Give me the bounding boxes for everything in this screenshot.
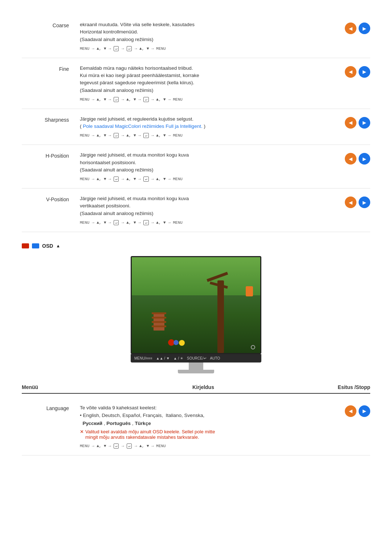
monitor-wrapper: MENU/≡≡≡ ▲▲ / ▼ ▲ / ☀ SOURCE/↵ AUTO (131, 256, 261, 373)
monitor-btn-auto[interactable]: AUTO (210, 356, 220, 360)
lang-warning: ✕ Valitud keel avaldab mõju ainult OSD k… (80, 429, 338, 440)
lang-content: Te võite valida 9 kaheksast keelest: • E… (80, 404, 338, 449)
table-header-menu: Menüü (22, 384, 80, 390)
pagoda (154, 314, 164, 331)
monitor-power-dot (251, 345, 255, 349)
lang-prev-button[interactable]: ◀ (345, 405, 356, 417)
menu-label-vposition: V-Position (22, 195, 80, 202)
menu-content-coarse: ekraanil muutuda. Võite viia selle keske… (80, 21, 338, 51)
monitor-stand-neck (189, 362, 203, 370)
lang-path: MENU → ▲, ▼ → ↵ → ↵ → ▲, ▼ → MENU (80, 443, 338, 449)
sharpness-path: MENU → ▲, ▼ → ↵ → ▲, ▼ → ↵ → ▲, ▼ → MENU (80, 133, 338, 138)
monitor-section: MENU/≡≡≡ ▲▲ / ▼ ▲ / ☀ SOURCE/↵ AUTO (22, 256, 370, 373)
table-header-row: Menüü Kirjeldus Esitus /Stopp (22, 384, 370, 394)
menu-content-sharpness: Järgige neid juhiseid, et reguleerida ku… (80, 116, 338, 138)
lang-controls: ◀ ▶ (338, 404, 370, 417)
menu-row-coarse: Coarse ekraanil muutuda. Võite viia sell… (22, 15, 370, 58)
fine-prev-button[interactable]: ◀ (345, 66, 356, 78)
hposition-path: MENU → ▲, ▼ → ↵ → ▲, ▼ → ↵ → ▲, ▼ → MENU (80, 177, 338, 182)
vposition-controls: ◀ ▶ (338, 195, 370, 208)
ball-blue (173, 340, 179, 345)
menu-row-fine: Fine Eemaldab müra nagu näiteks horisont… (22, 58, 370, 109)
lang-row: Language Te võite valida 9 kaheksast kee… (22, 397, 370, 455)
pagoda-tier-4 (154, 327, 164, 331)
monitor-screen (131, 256, 261, 354)
coarse-controls: ◀ ▶ (338, 21, 370, 34)
monitor-stand-foot (178, 370, 214, 373)
menu-content-fine: Eemaldab müra nagu näiteks horisontaalse… (80, 65, 338, 102)
osd-label: OSD (42, 243, 53, 249)
vposition-description: Järgige neid juhiseid, et muuta monitori… (80, 195, 338, 217)
table-header-desc: Kirjeldus (80, 384, 327, 390)
menu-section: Coarse ekraanil muutuda. Võite viia sell… (22, 15, 370, 232)
sharpness-prev-button[interactable]: ◀ (345, 117, 356, 129)
osd-icon-red (22, 243, 29, 248)
coarse-path: MENU → ▲, ▼ → ↵ → ↵ → ▲, ▼ → MENU (80, 46, 338, 51)
monitor-btn-source[interactable]: SOURCE/↵ (187, 356, 207, 360)
monitor-btn-arrows[interactable]: ▲▲ / ▼ (156, 356, 170, 360)
table-section: Menüü Kirjeldus Esitus /Stopp Language T… (22, 384, 370, 455)
lang-label: Language (22, 404, 80, 411)
menu-label-sharpness: Sharpness (22, 116, 80, 123)
vposition-next-button[interactable]: ▶ (359, 197, 370, 208)
monitor-controls-bar: MENU/≡≡≡ ▲▲ / ▼ ▲ / ☀ SOURCE/↵ AUTO (131, 354, 261, 362)
page-container: Coarse ekraanil muutuda. Võite viia sell… (0, 0, 392, 470)
osd-triangle-icon: ▲ (56, 243, 60, 248)
menu-label-coarse: Coarse (22, 21, 80, 28)
fine-description: Eemaldab müra nagu näiteks horisontaalse… (80, 65, 338, 94)
coarse-description: ekraanil muutuda. Võite viia selle keske… (80, 21, 338, 43)
lang-warning-text: Valitud keel avaldab mõju ainult OSD kee… (85, 429, 215, 440)
menu-content-hposition: Järgige neid juhiseid, et muuta monitori… (80, 151, 338, 182)
menu-row-vposition: V-Position Järgige neid juhiseid, et muu… (22, 189, 370, 232)
fine-next-button[interactable]: ▶ (359, 66, 370, 78)
monitor-btn-menu[interactable]: MENU/≡≡≡ (134, 356, 152, 360)
vposition-prev-button[interactable]: ◀ (345, 197, 356, 208)
hposition-next-button[interactable]: ▶ (359, 153, 370, 165)
sharpness-description: Järgige neid juhiseid, et reguleerida ku… (80, 116, 338, 130)
osd-header: OSD ▲ (22, 243, 370, 249)
coarse-prev-button[interactable]: ◀ (345, 23, 356, 34)
monitor-btn-brightness[interactable]: ▲ / ☀ (173, 356, 183, 360)
osd-icon-blue (32, 243, 39, 248)
warning-cross-icon: ✕ (80, 429, 84, 434)
lang-list-title: Te võite valida 9 kaheksast keelest: (80, 404, 338, 412)
menu-label-hposition: H-Position (22, 151, 80, 159)
menu-row-hposition: H-Position Järgige neid juhiseid, et muu… (22, 145, 370, 189)
ball-yellow (179, 340, 185, 346)
table-header-action: Esitus /Stopp (327, 384, 370, 390)
lantern-orange (246, 286, 253, 296)
garden-background (132, 257, 260, 353)
sky-area (132, 257, 260, 296)
lang-list-items: • English, Deutsch, Español, Français, I… (80, 412, 338, 427)
menu-row-sharpness: Sharpness Järgige neid juhiseid, et regu… (22, 109, 370, 145)
fine-controls: ◀ ▶ (338, 65, 370, 78)
hposition-description: Järgige neid juhiseid, et muuta monitori… (80, 151, 338, 174)
tree-trunk (217, 280, 224, 353)
sharpness-controls: ◀ ▶ (338, 116, 370, 129)
coarse-next-button[interactable]: ▶ (359, 23, 370, 34)
lang-next-button[interactable]: ▶ (359, 405, 370, 417)
hposition-controls: ◀ ▶ (338, 151, 370, 165)
fine-path: MENU → ▲, ▼ → ↵ → ▲, ▼ → ↵ → ▲, ▼ → MENU (80, 97, 338, 102)
menu-content-vposition: Järgige neid juhiseid, et muuta monitori… (80, 195, 338, 225)
vposition-path: MENU → ▲, ▼ → ↵ → ▲, ▼ → ↵ → ▲, ▼ → MENU (80, 220, 338, 225)
hposition-prev-button[interactable]: ◀ (345, 153, 356, 165)
sharpness-next-button[interactable]: ▶ (359, 117, 370, 129)
menu-label-fine: Fine (22, 65, 80, 72)
